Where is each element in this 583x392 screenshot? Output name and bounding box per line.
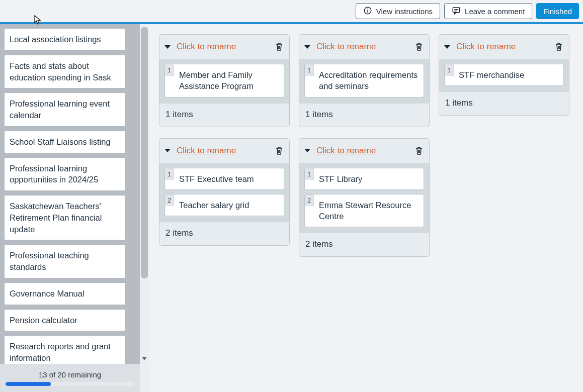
group-count: 1 items	[299, 104, 429, 127]
group-header: Click to rename	[299, 35, 429, 59]
item-text: Teacher salary grid	[174, 194, 254, 216]
group-card: Click to rename 1 STF merchandise 1 item…	[439, 34, 569, 116]
sidebar-card-text: Governance Manual	[10, 289, 85, 298]
svg-rect-3	[453, 8, 460, 13]
caret-down-icon[interactable]	[444, 45, 450, 49]
sidebar-card[interactable]: Professional learning event calendar	[4, 92, 126, 127]
main: Local association listings Facts and sta…	[0, 24, 583, 392]
list-item[interactable]: 2 Emma Stewart Resource Centre	[304, 194, 424, 228]
board-column: Click to rename 1 Member and Family Assi…	[159, 34, 290, 246]
list-item[interactable]: 1 Member and Family Assistance Program	[164, 64, 284, 97]
item-text: STF Executive team	[174, 168, 259, 189]
sidebar-card-text: Pension calculator	[10, 316, 77, 325]
item-number: 2	[305, 194, 314, 206]
sidebar-scrollbar-thumb[interactable]	[141, 27, 148, 278]
sidebar: Local association listings Facts and sta…	[0, 24, 140, 392]
topbar: View instructions Leave a comment Finish…	[0, 0, 583, 22]
sidebar-card-text: Research reports and grant information	[10, 342, 111, 362]
group-count: 2 items	[159, 222, 289, 245]
sidebar-card[interactable]: Professional learning opportunities in 2…	[4, 157, 126, 191]
item-text: Member and Family Assistance Program	[174, 64, 284, 97]
item-number: 2	[165, 194, 174, 206]
sidebar-card-text: Professional learning opportunities in 2…	[10, 164, 98, 184]
sidebar-card[interactable]: Governance Manual	[4, 282, 126, 305]
trash-icon[interactable]	[275, 146, 283, 155]
board-column: Click to rename 1 STF merchandise 1 item…	[439, 34, 569, 116]
group-body: 1 STF Executive team 2 Teacher salary gr…	[159, 163, 289, 223]
list-item[interactable]: 1 STF merchandise	[444, 64, 564, 86]
sidebar-scroll[interactable]: Local association listings Facts and sta…	[0, 24, 140, 364]
trash-icon[interactable]	[415, 146, 423, 155]
finished-button[interactable]: Finished	[536, 3, 579, 19]
list-item[interactable]: 1 STF Executive team	[164, 168, 284, 190]
svg-marker-6	[142, 357, 147, 360]
group-count: 1 items	[159, 104, 289, 127]
list-item[interactable]: 2 Teacher salary grid	[164, 194, 284, 216]
rename-link[interactable]: Click to rename	[177, 42, 271, 52]
group-header: Click to rename	[159, 139, 289, 163]
group-body: 1 Accreditation requirements and seminar…	[299, 59, 429, 104]
item-text: STF merchandise	[454, 64, 529, 85]
progress-fill	[6, 382, 51, 386]
rename-link[interactable]: Click to rename	[177, 146, 271, 156]
group-body: 1 STF merchandise	[439, 59, 569, 92]
view-instructions-button[interactable]: View instructions	[356, 3, 440, 19]
progress-track	[6, 382, 134, 386]
item-text: Emma Stewart Resource Centre	[314, 194, 424, 227]
trash-icon[interactable]	[415, 42, 423, 51]
item-number: 1	[305, 64, 314, 76]
remaining-count-text: 13 of 20 remaining	[39, 370, 101, 379]
sidebar-card[interactable]: Research reports and grant information	[4, 335, 126, 364]
sidebar-card-text: Professional learning event calendar	[10, 99, 110, 120]
finished-label: Finished	[543, 7, 572, 16]
item-number: 1	[445, 64, 454, 76]
rename-link[interactable]: Click to rename	[316, 42, 411, 52]
sidebar-card-text: Saskatchewan Teachers' Retirement Plan f…	[10, 202, 102, 234]
comment-icon	[452, 6, 461, 17]
group-header: Click to rename	[439, 35, 569, 59]
caret-down-icon[interactable]	[164, 149, 171, 152]
group-count: 2 items	[299, 233, 429, 256]
sidebar-footer: 13 of 20 remaining	[0, 364, 140, 392]
board-columns: Click to rename 1 Member and Family Assi…	[159, 34, 573, 257]
leave-comment-button[interactable]: Leave a comment	[444, 3, 532, 19]
group-card: Click to rename 1 Member and Family Assi…	[159, 34, 290, 127]
group-body: 1 STF Library 2 Emma Stewart Resource Ce…	[299, 163, 429, 234]
item-number: 1	[305, 168, 314, 180]
group-body: 1 Member and Family Assistance Program	[159, 59, 289, 104]
group-card: Click to rename 1 STF Executive team 2 T…	[159, 138, 290, 246]
group-count: 1 items	[439, 92, 569, 115]
caret-down-icon[interactable]	[304, 45, 310, 49]
caret-down-icon[interactable]	[304, 149, 310, 152]
view-instructions-label: View instructions	[376, 7, 433, 16]
trash-icon[interactable]	[555, 42, 563, 51]
sidebar-card-text: Facts and stats about education spending…	[10, 61, 111, 82]
sidebar-card-text: Professional teaching standards	[10, 251, 89, 271]
rename-link[interactable]: Click to rename	[316, 146, 411, 156]
group-header: Click to rename	[299, 139, 429, 163]
svg-point-2	[367, 8, 368, 9]
item-number: 1	[165, 168, 174, 180]
caret-down-icon[interactable]	[164, 45, 171, 49]
item-text: STF Library	[314, 168, 367, 189]
sidebar-card[interactable]: Saskatchewan Teachers' Retirement Plan f…	[4, 195, 126, 240]
list-item[interactable]: 1 Accreditation requirements and seminar…	[304, 64, 424, 97]
item-text: Accreditation requirements and seminars	[314, 64, 424, 97]
trash-icon[interactable]	[275, 42, 283, 51]
group-card: Click to rename 1 STF Library 2 Emma Ste…	[299, 138, 430, 257]
sidebar-card[interactable]: Facts and stats about education spending…	[4, 55, 126, 89]
sidebar-card[interactable]: School Staff Liaisons listing	[4, 131, 126, 153]
group-header: Click to rename	[159, 35, 289, 59]
rename-link[interactable]: Click to rename	[456, 42, 551, 52]
sidebar-card[interactable]: Professional teaching standards	[4, 244, 126, 278]
board-column: Click to rename 1 Accreditation requirem…	[299, 34, 430, 257]
sidebar-card[interactable]: Pension calculator	[4, 309, 126, 332]
sidebar-scrollbar[interactable]	[140, 24, 149, 392]
list-item[interactable]: 1 STF Library	[304, 168, 424, 190]
scrollbar-down-icon[interactable]	[142, 354, 147, 363]
board: Click to rename 1 Member and Family Assi…	[149, 24, 583, 392]
info-icon	[363, 6, 372, 17]
group-card: Click to rename 1 Accreditation requirem…	[299, 34, 430, 127]
sidebar-card[interactable]: Local association listings	[4, 28, 126, 51]
sidebar-card-text: School Staff Liaisons listing	[10, 137, 111, 146]
